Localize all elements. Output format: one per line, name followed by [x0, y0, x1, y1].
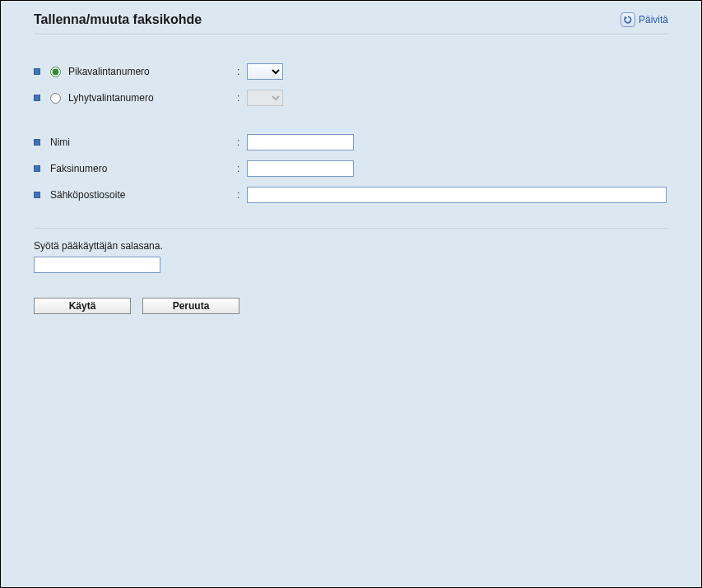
main-panel: Tallenna/muuta faksikohde Päivitä Pikava…	[0, 0, 702, 588]
row-name: Nimi :	[34, 129, 668, 155]
colon: :	[237, 189, 247, 201]
quick-dial-select[interactable]	[247, 63, 283, 80]
form-area: Pikavalintanumero : Lyhytvalintanumero :…	[14, 35, 688, 208]
fax-input[interactable]	[247, 160, 354, 177]
short-dial-label: Lyhytvalintanumero	[68, 92, 237, 104]
bullet-icon	[34, 68, 40, 75]
button-row: Käytä Peruuta	[14, 273, 688, 339]
refresh-icon	[621, 12, 635, 27]
bullet-icon	[34, 192, 40, 198]
email-label: Sähköpostiosoite	[50, 189, 237, 201]
name-label: Nimi	[50, 137, 237, 148]
apply-button[interactable]: Käytä	[34, 298, 131, 314]
colon: :	[237, 163, 247, 174]
short-dial-radio[interactable]	[50, 93, 61, 104]
short-dial-select	[247, 90, 283, 106]
name-input[interactable]	[247, 134, 354, 150]
header: Tallenna/muuta faksikohde Päivitä	[14, 9, 688, 34]
row-fax: Faksinumero :	[34, 155, 668, 182]
fax-label: Faksinumero	[50, 163, 237, 174]
quick-dial-label: Pikavalintanumero	[68, 66, 237, 77]
bullet-icon	[34, 95, 40, 101]
row-short-dial: Lyhytvalintanumero :	[34, 85, 668, 111]
bullet-icon	[34, 139, 40, 146]
password-input[interactable]	[34, 257, 160, 273]
page-title: Tallenna/muuta faksikohde	[34, 12, 202, 27]
password-section: Syötä pääkäyttäjän salasana.	[14, 229, 688, 273]
email-input[interactable]	[247, 187, 667, 203]
colon: :	[237, 92, 247, 104]
bullet-icon	[34, 165, 40, 172]
quick-dial-radio[interactable]	[50, 67, 61, 77]
refresh-label: Päivitä	[639, 14, 668, 25]
row-quick-dial: Pikavalintanumero :	[34, 58, 668, 85]
cancel-button[interactable]: Peruuta	[142, 298, 239, 314]
colon: :	[237, 137, 247, 148]
refresh-link[interactable]: Päivitä	[621, 12, 668, 27]
row-email: Sähköpostiosoite :	[34, 182, 668, 208]
colon: :	[237, 66, 247, 77]
password-label: Syötä pääkäyttäjän salasana.	[34, 240, 668, 252]
